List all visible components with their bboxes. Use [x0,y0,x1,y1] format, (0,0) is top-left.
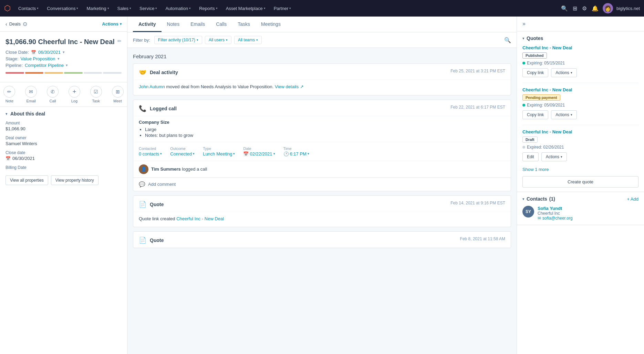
tab-calls[interactable]: Calls [210,17,232,32]
quote-item-3: Cheerful Inc - New Deal Draft Expired: 0… [522,129,638,161]
close-date-value[interactable]: 06/30/2021 [38,50,61,55]
deal-title: $1,066.90 Cheerful Inc - New Deal [6,37,115,46]
settings-icon[interactable]: ⚙ [582,5,587,12]
tim-summers-name[interactable]: Tim Summers [151,166,181,172]
all-users-filter[interactable]: All users ▾ [205,36,231,44]
nav-conversations[interactable]: Conversations ▾ [43,4,82,13]
section-chevron-icon[interactable]: ▾ [522,36,524,41]
hubspot-logo[interactable]: ⬡ [4,4,11,13]
quote-3-title[interactable]: Cheerful Inc - New Deal [522,129,638,134]
edit-icon[interactable]: ✏ [117,38,122,44]
tab-activity[interactable]: Activity [133,17,162,32]
view-property-history-button[interactable]: View property history [51,175,98,185]
copy-link-button-2[interactable]: Copy link [522,110,548,119]
back-arrow-icon: ‹ [6,21,7,27]
avatar[interactable]: 👩 [603,3,613,13]
deal-activity-body: John Autumn moved deal from Needs Analys… [133,80,511,95]
pipeline-step-4 [64,72,83,74]
nav-sales[interactable]: Sales ▾ [114,4,135,13]
close-date-prop-value: 06/30/2021 [12,156,35,161]
nav-contacts[interactable]: Contacts ▾ [15,4,42,13]
stage-label: Stage: [6,56,19,61]
meet-label: Meet [113,99,122,103]
quote-2-title[interactable]: Cheerful Inc - New Deal [522,87,638,92]
edit-button-3[interactable]: Edit [522,152,539,161]
chevron-down-icon: ▾ [58,57,60,61]
add-comment-row[interactable]: 💬 Add comment [133,178,511,191]
tab-notes[interactable]: Notes [162,17,185,32]
quote-activity-card-2: 📄 Quote Feb 8, 2021 at 11:58 AM [133,231,511,248]
task-icon: ☑ [90,86,102,98]
search-icon[interactable]: 🔍 [561,5,568,12]
time-dropdown[interactable]: 🕐 6:17 PM ▾ [283,151,309,156]
tab-tasks[interactable]: Tasks [232,17,256,32]
chevron-down-icon: ▾ [193,152,195,155]
date-dropdown[interactable]: 📅 02/22/2021 ▾ [243,151,275,156]
chevron-down-icon: ▾ [155,7,157,10]
about-section-header[interactable]: ▾ About this deal [6,111,122,117]
outcome-dropdown[interactable]: Connected ▾ [170,151,195,156]
user-domain[interactable]: biglytics.net [616,6,640,11]
type-dropdown[interactable]: Lunch Meeting ▾ [203,151,235,156]
outcome-col: Outcome Connected ▾ [170,146,195,156]
nav-asset-marketplace[interactable]: Asset Marketplace ▾ [222,4,269,13]
filter-activity-button[interactable]: Filter activity (10/17) ▾ [154,36,202,44]
section-chevron-icon[interactable]: ▾ [522,197,524,201]
clock-icon: 🕐 [283,151,289,156]
tab-meetings[interactable]: Meetings [256,17,286,32]
copy-link-button-1[interactable]: Copy link [522,68,548,77]
add-contact-link[interactable]: + Add [627,196,638,202]
type-label: Type [203,146,235,151]
actions-button[interactable]: Actions ▾ [102,21,122,27]
nav-automation[interactable]: Automation ▾ [162,4,194,13]
show-more-link[interactable]: Show 1 more [522,167,549,172]
deal-metadata: Close Date: 📅 06/30/2021 ▾ Stage: Value … [6,50,122,68]
grid-icon[interactable]: ⊞ [573,5,577,12]
contacts-dropdown[interactable]: 0 contacts ▾ [139,151,162,156]
billing-date-label: Billing Date [6,165,122,170]
actions-button-3[interactable]: Actions ▾ [541,152,567,161]
view-all-properties-button[interactable]: View all properties [6,175,48,185]
john-autumn-link[interactable]: John Autumn [139,84,165,89]
log-button[interactable]: + Log [69,86,80,103]
stage-value[interactable]: Value Proposition [21,56,55,61]
chevron-down-icon: ▾ [571,71,572,74]
expiry-dot-icon [522,104,525,107]
view-details-link[interactable]: View details ↗ [275,84,304,89]
note-button[interactable]: ✏ Note [3,86,15,103]
actions-button-1[interactable]: Actions ▾ [551,68,577,77]
back-to-deals[interactable]: ‹ Deals ⊙ [6,21,27,27]
contact-email[interactable]: ✉ sofia@cheer.org [538,216,638,221]
actions-button-2[interactable]: Actions ▾ [551,110,577,119]
call-meta-row: Contacted 0 contacts ▾ Outcome Connected… [133,142,511,161]
all-teams-filter[interactable]: All teams ▾ [234,36,262,44]
search-icon[interactable]: 🔍 [504,37,511,43]
quote-1-title[interactable]: Cheerful Inc - New Deal [522,45,638,50]
task-button[interactable]: ☑ Task [90,86,102,103]
email-button[interactable]: ✉ Email [25,86,37,103]
expiry-dot-icon [522,146,525,149]
nav-partner[interactable]: Partner ▾ [270,4,295,13]
note-label: Note [6,99,13,103]
chevron-down-icon: ▾ [561,155,562,159]
tab-emails[interactable]: Emails [185,17,210,32]
collapse-panel-button[interactable]: » [517,17,644,31]
pipeline-step-5 [84,72,102,74]
create-quote-button[interactable]: Create quote [522,176,638,188]
nav-reports[interactable]: Reports ▾ [196,4,221,13]
time-label: Time [283,146,309,151]
nav-service[interactable]: Service ▾ [136,4,160,13]
notifications-icon[interactable]: 🔔 [592,5,599,12]
meet-button[interactable]: ⊞ Meet [112,86,124,103]
company-size-title: Company Size [139,120,505,125]
contact-name[interactable]: Sofia Yundt [538,206,638,211]
call-icon: 📞 [139,105,146,112]
pipeline-value[interactable]: Competitor Pipeline [25,63,64,68]
nav-marketing[interactable]: Marketing ▾ [83,4,112,13]
chevron-down-icon: ▾ [571,113,572,117]
contacts-section-title: Contacts (1) [527,196,555,202]
quote-1-expiry: Expiring: 05/15/2021 [522,61,638,65]
chevron-down-icon: ▾ [189,7,191,10]
quote-link-1[interactable]: Cheerful Inc - New Deal [176,216,224,221]
call-button[interactable]: ✆ Call [47,86,59,103]
